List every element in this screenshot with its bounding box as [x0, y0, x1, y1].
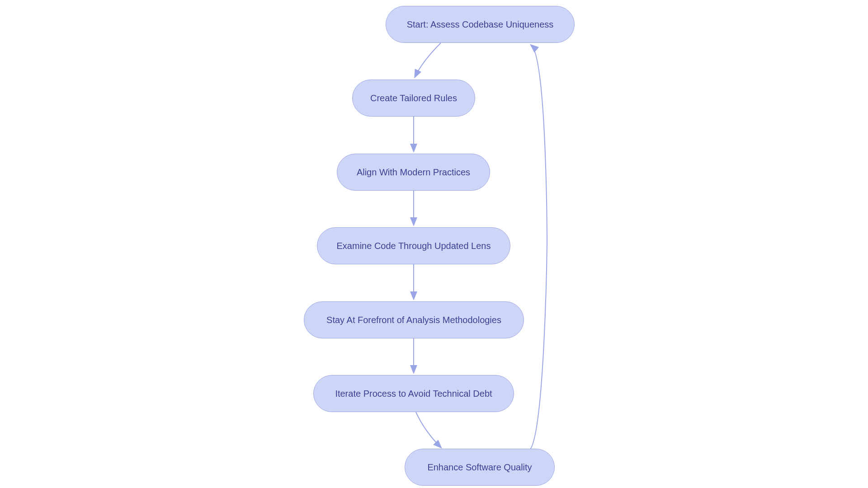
flow-node-create-rules: Create Tailored Rules [352, 80, 475, 117]
flow-node-align-practices: Align With Modern Practices [337, 154, 490, 191]
flow-node-iterate: Iterate Process to Avoid Technical Debt [313, 375, 514, 412]
node-label: Iterate Process to Avoid Technical Debt [335, 389, 492, 399]
node-label: Enhance Software Quality [427, 462, 532, 473]
node-label: Examine Code Through Updated Lens [337, 241, 491, 251]
node-label: Start: Assess Codebase Uniqueness [407, 19, 554, 30]
node-label: Stay At Forefront of Analysis Methodolog… [326, 315, 501, 325]
node-label: Create Tailored Rules [370, 93, 457, 103]
flow-node-examine-code: Examine Code Through Updated Lens [317, 227, 510, 264]
node-label: Align With Modern Practices [357, 167, 470, 178]
flow-node-forefront: Stay At Forefront of Analysis Methodolog… [304, 301, 524, 338]
flow-node-enhance-quality: Enhance Software Quality [405, 449, 555, 486]
flow-node-start: Start: Assess Codebase Uniqueness [386, 6, 575, 43]
